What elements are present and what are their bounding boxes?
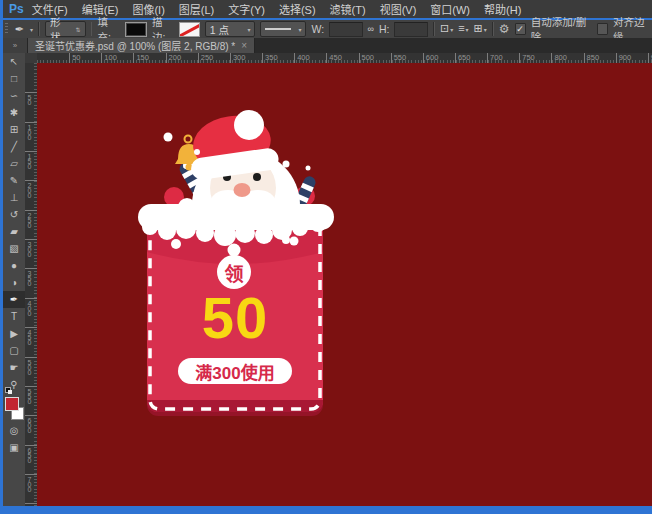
h-ruler-label: 850 — [584, 53, 600, 63]
gear-icon[interactable]: ⚙ — [499, 22, 510, 36]
v-ruler-label: 600 — [25, 415, 37, 432]
align-edges-checkbox[interactable] — [597, 23, 608, 35]
v-ruler-label: 450 — [25, 327, 37, 344]
path-selection-tool[interactable]: ▶ — [3, 325, 25, 342]
height-field[interactable] — [394, 22, 428, 37]
santa-hat — [185, 110, 280, 181]
h-ruler-label: 800 — [551, 53, 567, 63]
stroke-width-value: 1 点 — [210, 22, 229, 37]
h-ruler-label: 700 — [487, 53, 503, 63]
options-grip — [5, 23, 8, 35]
document-tab-title: 圣诞节优惠券.psd @ 100% (图层 2, RGB/8) * — [35, 38, 235, 53]
brush-tool[interactable]: ✎ — [3, 172, 25, 189]
tool-preset-arrow-icon[interactable]: ▾ — [30, 26, 33, 33]
stroke-color-swatch[interactable] — [179, 22, 200, 37]
h-ruler-label: 350 — [262, 53, 278, 63]
width-field[interactable] — [329, 22, 363, 37]
h-ruler-label: 250 — [198, 53, 214, 63]
coupon-badge-text: 领 — [224, 259, 243, 286]
menu-item-文字[interactable]: 文字(Y) — [228, 1, 265, 17]
line-style-sample — [265, 28, 291, 30]
foreground-color-swatch[interactable] — [5, 397, 19, 411]
width-label: W: — [311, 23, 324, 35]
v-ruler-label: 400 — [25, 298, 37, 315]
quick-mask-button[interactable]: ◎ — [3, 422, 25, 439]
stroke-style-select[interactable]: ▾ — [260, 21, 306, 37]
hat-pompom — [234, 110, 264, 140]
menu-item-滤镜[interactable]: 滤镜(T) — [330, 1, 366, 17]
coupon-condition: 满300使用 — [178, 358, 292, 384]
coupon-amount: 50 — [183, 289, 287, 347]
h-ruler-label: 200 — [166, 53, 182, 63]
bell-handle — [185, 136, 192, 143]
v-ruler-label: 200 — [25, 180, 37, 197]
hand-tool[interactable]: ☛ — [3, 359, 25, 376]
coupon-badge: 领 — [217, 255, 251, 289]
fill-color-swatch[interactable] — [125, 22, 147, 37]
v-ruler-label: 250 — [25, 210, 37, 227]
type-tool[interactable]: T — [3, 308, 25, 325]
height-label: H: — [379, 23, 390, 35]
blur-tool[interactable]: ● — [3, 257, 25, 274]
clone-stamp-tool[interactable]: ⊥ — [3, 189, 25, 206]
document-canvas[interactable]: 领 50 满300使用 — [37, 63, 652, 506]
dodge-tool[interactable]: ◑ — [3, 274, 25, 291]
eraser-tool[interactable]: ▰ — [3, 223, 25, 240]
h-ruler-label: 500 — [359, 53, 375, 63]
separator — [433, 22, 435, 36]
v-ruler-label: 300 — [25, 239, 37, 256]
rectangle-tool[interactable]: ▢ — [3, 342, 25, 359]
quick-selection-tool[interactable]: ✱ — [3, 104, 25, 121]
chevron-down-icon: ▾ — [247, 26, 250, 33]
menu-item-帮助[interactable]: 帮助(H) — [484, 1, 521, 17]
h-ruler-label: 150 — [133, 53, 149, 63]
santa-nose — [234, 183, 251, 197]
path-alignment-icon[interactable]: ≡▾ — [458, 21, 468, 37]
h-ruler-label: 950 — [648, 53, 652, 63]
menu-item-窗口[interactable]: 窗口(W) — [430, 1, 470, 17]
separator — [38, 22, 40, 36]
v-ruler-label: 550 — [25, 386, 37, 403]
coupon-artwork — [37, 63, 652, 506]
v-ruler-label: 650 — [25, 445, 37, 462]
v-ruler-label: 150 — [25, 151, 37, 168]
h-ruler-label: 400 — [294, 53, 310, 63]
h-ruler-label: 550 — [391, 53, 407, 63]
h-ruler-label: 300 — [230, 53, 246, 63]
tool-preset-pen-icon[interactable]: ✒ — [15, 22, 24, 36]
crop-tool[interactable]: ⊞ — [3, 121, 25, 138]
toolbar-collapse-button[interactable]: » — [3, 38, 28, 53]
menu-item-图层[interactable]: 图层(L) — [179, 1, 214, 17]
link-dimensions-icon[interactable]: ∞ — [368, 22, 374, 36]
v-ruler-label: 50 — [25, 92, 37, 104]
document-tab[interactable]: 圣诞节优惠券.psd @ 100% (图层 2, RGB/8) * × — [28, 38, 255, 53]
pen-tool[interactable]: ✒ — [3, 291, 25, 308]
path-arrange-icon[interactable]: ⊞▾ — [474, 21, 487, 37]
tool-palette: ↖□∽✱⊞╱▱✎⊥↺▰▧●◑✒T▶▢☛⚲◎▣ — [3, 53, 26, 506]
lasso-tool[interactable]: ∽ — [3, 87, 25, 104]
h-ruler-label: 900 — [616, 53, 632, 63]
menu-item-选择[interactable]: 选择(S) — [279, 1, 316, 17]
v-ruler-label: 500 — [25, 357, 37, 374]
tool-mode-select[interactable]: 形状 ⇅ — [45, 21, 86, 37]
gradient-tool[interactable]: ▧ — [3, 240, 25, 257]
menu-item-视图[interactable]: 视图(V) — [380, 1, 417, 17]
rectangular-marquee-tool[interactable]: □ — [3, 70, 25, 87]
h-ruler-label: 450 — [326, 53, 342, 63]
v-ruler-label: 100 — [25, 122, 37, 139]
close-tab-icon[interactable]: × — [241, 40, 247, 51]
default-colors-icon[interactable] — [5, 387, 12, 394]
chevron-down-icon: ▾ — [298, 26, 301, 33]
screen-mode-button[interactable]: ▣ — [3, 439, 25, 456]
color-swatches — [3, 396, 25, 422]
history-brush-tool[interactable]: ↺ — [3, 206, 25, 223]
auto-add-delete-checkbox[interactable] — [515, 23, 526, 35]
separator — [492, 22, 494, 36]
spot-healing-tool[interactable]: ▱ — [3, 155, 25, 172]
move-tool[interactable]: ↖ — [3, 53, 25, 70]
eyedropper-tool[interactable]: ╱ — [3, 138, 25, 155]
stroke-width-select[interactable]: 1 点 ▾ — [205, 21, 256, 37]
tab-bar: » 圣诞节优惠券.psd @ 100% (图层 2, RGB/8) * × — [3, 38, 652, 53]
v-ruler-label: 350 — [25, 268, 37, 285]
path-operations-icon[interactable]: ⊡▾ — [440, 21, 453, 37]
